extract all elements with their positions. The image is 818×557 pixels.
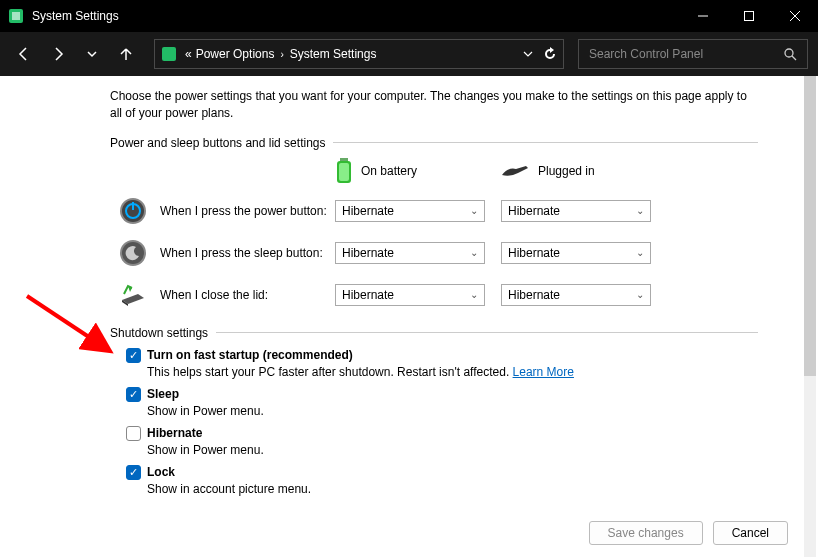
save-changes-button[interactable]: Save changes: [589, 521, 703, 545]
checkbox-label: Turn on fast startup (recommended): [147, 348, 353, 362]
fast-startup-checkbox[interactable]: [126, 348, 141, 363]
control-panel-icon: [8, 8, 24, 24]
row-label: When I press the sleep button:: [160, 246, 335, 260]
minimize-button[interactable]: [680, 0, 726, 32]
scrollbar-thumb[interactable]: [804, 76, 816, 376]
svg-rect-10: [340, 158, 348, 161]
power-button-plugged-select[interactable]: Hibernate⌄: [501, 200, 651, 222]
search-input[interactable]: Search Control Panel: [578, 39, 808, 69]
chevron-down-icon: ⌄: [636, 247, 644, 258]
checkbox-label: Hibernate: [147, 426, 202, 440]
cancel-button[interactable]: Cancel: [713, 521, 788, 545]
control-panel-icon: [161, 46, 177, 62]
refresh-icon[interactable]: [543, 47, 557, 61]
breadcrumb-system-settings[interactable]: System Settings: [290, 47, 377, 61]
svg-line-9: [27, 296, 107, 349]
lid-row: When I close the lid: Hibernate⌄ Hiberna…: [110, 274, 758, 316]
forward-button[interactable]: [44, 40, 72, 68]
footer-buttons: Save changes Cancel: [589, 521, 788, 545]
sleep-checkbox[interactable]: [126, 387, 141, 402]
address-bar[interactable]: « Power Options › System Settings: [154, 39, 564, 69]
learn-more-link[interactable]: Learn More: [513, 365, 574, 379]
search-icon: [783, 47, 797, 61]
back-button[interactable]: [10, 40, 38, 68]
annotation-arrow: [22, 291, 122, 361]
sleep-button-row: When I press the sleep button: Hibernate…: [110, 232, 758, 274]
sleep-button-plugged-select[interactable]: Hibernate⌄: [501, 242, 651, 264]
titlebar: System Settings: [0, 0, 818, 32]
section-title: Power and sleep buttons and lid settings: [110, 136, 325, 150]
power-button-battery-select[interactable]: Hibernate⌄: [335, 200, 485, 222]
chevron-down-icon[interactable]: [523, 49, 533, 59]
breadcrumb-prefix: «: [185, 47, 192, 61]
shutdown-section: Shutdown settings Turn on fast startup (…: [110, 326, 758, 496]
svg-rect-6: [162, 47, 176, 61]
lid-plugged-select[interactable]: Hibernate⌄: [501, 284, 651, 306]
checkbox-description: This helps start your PC faster after sh…: [147, 365, 758, 379]
battery-icon: [335, 158, 353, 184]
chevron-down-icon: ⌄: [470, 205, 478, 216]
plug-icon: [500, 163, 530, 179]
sleep-button-battery-select[interactable]: Hibernate⌄: [335, 242, 485, 264]
svg-line-8: [792, 56, 796, 60]
chevron-down-icon: ⌄: [636, 205, 644, 216]
intro-text: Choose the power settings that you want …: [110, 88, 758, 122]
chevron-right-icon: ›: [280, 49, 283, 60]
hibernate-item: Hibernate Show in Power menu.: [126, 426, 758, 457]
power-button-row: When I press the power button: Hibernate…: [110, 190, 758, 232]
chevron-down-icon: ⌄: [470, 289, 478, 300]
checkbox-label: Lock: [147, 465, 175, 479]
search-placeholder: Search Control Panel: [589, 47, 703, 61]
content-pane: Choose the power settings that you want …: [0, 76, 818, 557]
checkbox-description: Show in Power menu.: [147, 404, 758, 418]
row-label: When I press the power button:: [160, 204, 335, 218]
lid-icon: [118, 280, 148, 310]
lock-checkbox[interactable]: [126, 465, 141, 480]
breadcrumb-power-options[interactable]: Power Options: [196, 47, 275, 61]
hibernate-checkbox[interactable]: [126, 426, 141, 441]
toolbar: « Power Options › System Settings Search…: [0, 32, 818, 76]
column-on-battery: On battery: [335, 158, 500, 184]
sleep-item: Sleep Show in Power menu.: [126, 387, 758, 418]
chevron-down-icon: ⌄: [636, 289, 644, 300]
up-button[interactable]: [112, 40, 140, 68]
column-plugged-in: Plugged in: [500, 158, 650, 184]
svg-rect-3: [745, 12, 754, 21]
svg-rect-12: [339, 163, 349, 181]
power-button-icon: [118, 196, 148, 226]
svg-point-7: [785, 49, 793, 57]
checkbox-description: Show in Power menu.: [147, 443, 758, 457]
checkbox-description: Show in account picture menu.: [147, 482, 758, 496]
chevron-down-icon: ⌄: [470, 247, 478, 258]
close-button[interactable]: [772, 0, 818, 32]
fast-startup-item: Turn on fast startup (recommended) This …: [126, 348, 758, 379]
section-title: Shutdown settings: [110, 326, 208, 340]
lock-item: Lock Show in account picture menu.: [126, 465, 758, 496]
power-sleep-section: Power and sleep buttons and lid settings…: [110, 136, 758, 316]
svg-rect-1: [12, 12, 20, 20]
maximize-button[interactable]: [726, 0, 772, 32]
checkbox-label: Sleep: [147, 387, 179, 401]
row-label: When I close the lid:: [160, 288, 335, 302]
sleep-button-icon: [118, 238, 148, 268]
recent-locations-button[interactable]: [78, 40, 106, 68]
window-title: System Settings: [32, 9, 119, 23]
lid-battery-select[interactable]: Hibernate⌄: [335, 284, 485, 306]
